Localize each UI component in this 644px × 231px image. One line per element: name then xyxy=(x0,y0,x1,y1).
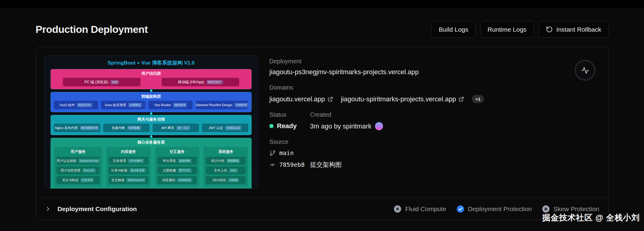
diagram-node: Vuex 状态管理 全局状态 xyxy=(101,101,145,109)
page: Production Deployment Build Logs Runtime… xyxy=(0,8,644,231)
diagram-node-tag: OSS xyxy=(229,168,238,173)
diagram-node-tag: 用户行为 xyxy=(178,168,192,173)
diagram-node: 用户认证授权 Spring Security xyxy=(57,157,100,165)
diagram-node-tag: 组合式API xyxy=(77,103,92,107)
header-action-label: Instant Rollback xyxy=(556,26,601,33)
deployment-preview-screenshot[interactable]: SpringBoot + Vue 博客系统架构 V1.0 用户访问层 PC 端 … xyxy=(44,55,258,189)
diagram-node-tag: Rest API xyxy=(82,168,96,173)
diagram-node: 文章管理 CRUD操作 xyxy=(109,157,148,165)
diagram-node: 用户信息管理 Rest API xyxy=(57,166,100,174)
deployment-configuration-title: Deployment Configuration xyxy=(57,205,137,213)
status-badge: Ready xyxy=(277,122,297,130)
deployment-configuration-row: Deployment Configuration Fluid Compute xyxy=(36,197,608,220)
configuration-status-list: Fluid Compute Deployment Protection Skew… xyxy=(394,205,599,213)
diagram-node-tag: 多级结构 xyxy=(178,159,192,163)
header-action-button[interactable]: Instant Rollback xyxy=(539,21,608,38)
header-action-label: Build Logs xyxy=(439,26,468,33)
deployment-configuration-toggle[interactable]: Deployment Configuration xyxy=(45,205,137,213)
disabled-x-circle-icon xyxy=(542,205,550,213)
diagram-node: JWT 认证 无状态认证 xyxy=(202,124,248,132)
diagram-node-tag: RabbitMQ xyxy=(177,178,192,182)
external-link-icon xyxy=(328,97,333,102)
branch-name: main xyxy=(279,149,294,157)
diagram-title: SpringBoot + Vue 博客系统架构 V1.0 xyxy=(51,56,252,69)
diagram-node-tag: UI组件库 xyxy=(234,103,248,107)
page-title: Production Deployment xyxy=(36,24,148,35)
diagram-service-column: 内容服务 文章管理 CRUD操作 分类与标签 xyxy=(106,147,151,187)
diagram-node: 点赞收藏 用户行为 xyxy=(157,166,197,174)
avatar xyxy=(375,122,383,130)
header-action-button[interactable]: Runtime Logs xyxy=(480,21,534,38)
diagram-node: 负载均衡 轮询策略 xyxy=(103,124,150,132)
diagram-node-tag: 社交关系 xyxy=(80,178,94,182)
enabled-check-circle-icon xyxy=(457,205,464,213)
git-commit-icon xyxy=(269,162,276,168)
deployment-section: Deployment jiagoutu-ps3negjmv-spiritmark… xyxy=(269,58,600,76)
external-link-icon xyxy=(459,97,464,102)
configuration-status-label: Deployment Protection xyxy=(468,205,532,213)
more-domains-badge[interactable]: +1 xyxy=(472,95,484,103)
layer-connector-arrow xyxy=(51,112,252,115)
status-label: Status xyxy=(269,111,310,118)
diagram-node: Vue Router 路由管理 xyxy=(148,101,193,109)
domains-label: Domains xyxy=(269,84,600,91)
deployment-card: SpringBoot + Vue 博客系统架构 V1.0 用户访问层 PC 端 … xyxy=(36,47,608,220)
created-label: Created xyxy=(310,111,383,118)
diagram-node: 关注与粉丝 社交关系 xyxy=(57,176,100,184)
deployment-details: Deployment jiagoutu-ps3negjmv-spiritmark… xyxy=(269,55,600,189)
diagram-node: 评论系统 多级结构 xyxy=(157,157,197,165)
diagram-node-tag: Spring Security xyxy=(78,159,100,163)
header-action-label: Runtime Logs xyxy=(488,26,527,33)
layer-connector-arrow xyxy=(51,135,252,138)
diagram-node: Vue3 组件 组合式API xyxy=(54,101,98,109)
diagram-node: 分类与标签 多对多关系 xyxy=(109,166,148,174)
header-action-button[interactable]: Build Logs xyxy=(432,21,475,38)
source-section: Source main 7859eb8 提交架构图 xyxy=(269,138,600,169)
chevron-right-icon xyxy=(45,206,51,212)
diagram-node-tag: CRUD操作 xyxy=(128,159,144,163)
source-label: Source xyxy=(269,138,600,145)
diagram-node-tag: 响应式设计 xyxy=(206,80,223,84)
diagram-layer-core-services: 核心业务服务层 用户服务 用户认证授权 Spring Securit xyxy=(51,138,252,189)
watermark: 掘金技术社区 @ 全栈小刘 xyxy=(542,212,640,223)
diagram-node-tag: Web xyxy=(110,80,119,84)
diagram-node-tag: 元标签 xyxy=(228,178,239,182)
header-actions: Build Logs Runtime Logs Instant Rollback xyxy=(432,21,608,38)
configuration-status-item[interactable]: Skew Protection xyxy=(542,205,599,213)
diagram-layer-user-access: 用户访问层 PC 端 (浏览器) Web 移动端 (H5/App) 响应式设计 xyxy=(51,69,252,89)
diagram-service-column: 交互服务 评论系统 多级结构 点赞收藏 用户 xyxy=(155,147,200,187)
commit-message: 提交架构图 xyxy=(310,160,342,169)
disabled-x-circle-icon xyxy=(394,205,401,213)
diagram-node-tag: Elasticsearch xyxy=(126,178,146,182)
diagram-node-tag: 轮询策略 xyxy=(127,126,141,130)
deployment-url: jiagoutu-ps3negjmv-spiritmarks-projects.… xyxy=(269,68,600,76)
commit-hash: 7859eb8 xyxy=(279,161,305,168)
domains-section: Domains jiagoutu.vercel.app jiagoutu-spi… xyxy=(269,84,600,103)
diagram-layer-gateway: 网关与服务治理 Nginx 反向代理 静态资源代理 负载均衡 轮询策略 xyxy=(51,115,252,135)
domain-link[interactable]: jiagoutu.vercel.app xyxy=(269,95,333,103)
diagram-node: 移动端 (H5/App) 响应式设计 xyxy=(162,78,239,86)
diagram-node-tag: 全局状态 xyxy=(128,103,142,107)
diagram-node: 统计分析 数据图表 xyxy=(206,157,246,165)
diagram-service-column: 用户服务 用户认证授权 Spring Security 用户信息管理 xyxy=(54,147,102,187)
diagram-node-tag: 统一入口 xyxy=(176,126,190,130)
deployment-card-main: SpringBoot + Vue 博客系统架构 V1.0 用户访问层 PC 端 … xyxy=(36,47,608,197)
diagram-node: SEO优化 元标签 xyxy=(206,176,246,184)
created-text: 3m ago by spiritmark xyxy=(310,122,371,130)
diagram-node: PC 端 (浏览器) Web xyxy=(63,78,141,86)
configuration-status-label: Skew Protection xyxy=(553,205,599,213)
domain-link[interactable]: jiagoutu-spiritmarks-projects.vercel.app xyxy=(341,95,464,103)
configuration-status-item[interactable]: Fluid Compute xyxy=(394,205,446,213)
diagram-node: 全文检索 Elasticsearch xyxy=(109,176,148,184)
diagram-node: Element Plus/Ant Design UI组件库 xyxy=(196,101,248,109)
status-created-section: Status Ready Created 3m ago by spiritmar… xyxy=(269,111,600,130)
layer-connector-arrow xyxy=(51,89,252,92)
diagram-node: 文件上传 OSS xyxy=(206,166,246,174)
ready-status-dot xyxy=(269,124,274,128)
activity-button[interactable] xyxy=(574,60,596,81)
rollback-icon xyxy=(546,26,553,33)
configuration-status-item[interactable]: Deployment Protection xyxy=(457,205,532,213)
diagram-node-tag: 路由管理 xyxy=(173,103,187,107)
diagram-node-tag: 静态资源代理 xyxy=(80,126,99,130)
diagram-node: API 网关 统一入口 xyxy=(153,124,199,132)
